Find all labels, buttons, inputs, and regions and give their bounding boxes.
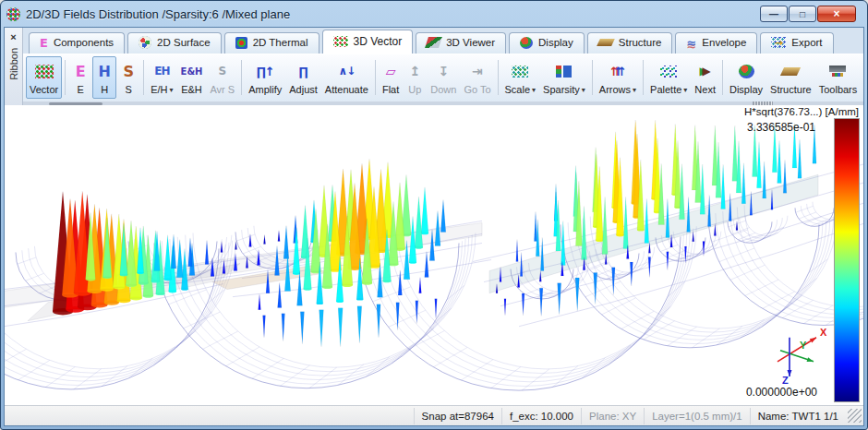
palette-button[interactable]: Palette▾ <box>646 56 691 99</box>
minimize-button[interactable]: — <box>760 6 788 22</box>
toolbar-button-label: Palette▾ <box>650 84 687 96</box>
scale-icon <box>512 66 528 78</box>
toolbar-button-label: Structure <box>770 84 812 96</box>
attenuate-button[interactable]: ∧↓Attenuate <box>321 56 372 99</box>
toolbar-icon-area: S <box>123 58 134 84</box>
toolbar-button-label: Vector <box>30 84 58 96</box>
tab-display[interactable]: Display <box>509 32 585 54</box>
tab-2d-thermal[interactable]: 2D Thermal <box>224 32 319 54</box>
down-button[interactable]: ↧Down <box>427 56 460 99</box>
flat-button[interactable]: ▱Flat <box>379 56 403 99</box>
tab-label: Structure <box>619 37 662 48</box>
amplify-button[interactable]: ∏↑Amplify <box>245 56 285 99</box>
maximize-button[interactable]: □ <box>789 6 816 22</box>
vector-button[interactable]: Vector <box>26 56 62 99</box>
chevron-down-icon: ▾ <box>683 84 687 96</box>
sparsity-button[interactable]: Sparsity▾ <box>539 56 589 99</box>
tab-2d-surface[interactable]: 2D Surface <box>127 32 222 54</box>
toolbar-icon-area: ⇥ <box>472 58 483 84</box>
toolbar-button-label: Amplify <box>248 84 282 96</box>
avr-s-button[interactable]: SAvr S <box>206 56 238 99</box>
display-button[interactable]: Display <box>726 56 766 99</box>
tab-label: Components <box>54 37 114 48</box>
toolbars-icon <box>829 65 846 78</box>
toolbar-button-label: E&H <box>181 84 202 96</box>
vector-grid-icon <box>35 65 54 78</box>
toolbar-separator <box>498 60 499 95</box>
ribbon: × Ribbon EComponents2D Surface2D Thermal… <box>5 28 863 105</box>
toolbar-button-label: Attenuate <box>325 84 368 96</box>
toolbar-separator <box>241 60 242 95</box>
colorbar-max-value: 3.336585e-01 <box>747 121 815 134</box>
svg-text:X: X <box>820 327 827 338</box>
toolbar-icon-area: E&H <box>181 58 203 84</box>
toolbar-icon-area <box>512 58 528 84</box>
status-field: Plane: XY <box>581 408 644 424</box>
e-h-button[interactable]: E&HE&H <box>177 56 207 99</box>
tab-export[interactable]: →Export <box>760 32 833 54</box>
display-button-icon <box>739 65 754 78</box>
status-field: Layer=1(0.5 mm)/1 <box>644 408 749 424</box>
app-icon <box>6 7 20 21</box>
s-button[interactable]: SS <box>116 56 140 99</box>
chevron-down-icon: ▾ <box>633 84 636 96</box>
structure-tab-icon <box>597 39 615 46</box>
toolbar-button-label: Display <box>729 84 763 96</box>
toolbar-icon-area: ∏↑ <box>257 58 274 84</box>
toolbar-button-label: H <box>101 84 108 96</box>
toolbar-button-label: Avr S <box>210 84 235 96</box>
tab-envelope[interactable]: ≈Envelope <box>675 32 757 54</box>
toolbar-button-label: Up <box>408 84 421 96</box>
tab-label: 2D Surface <box>157 37 211 48</box>
structure-button[interactable]: Structure <box>766 56 815 99</box>
toolbar-button-label: S <box>126 84 132 96</box>
ribbon-panel-strip: × Ribbon <box>5 28 23 105</box>
next-button[interactable]: ▶Next <box>691 56 719 99</box>
app-window: 2D/3D Fields Distribution /Sparsity:6 /M… <box>0 0 868 430</box>
status-field: f_exc: 10.000 <box>501 408 581 424</box>
3d-scene-canvas[interactable]: XYZ <box>5 105 863 405</box>
chevron-down-icon: ▾ <box>532 84 536 96</box>
e-button[interactable]: EE <box>68 56 92 99</box>
scale-button[interactable]: Scale▾ <box>501 56 540 99</box>
window-frame: × Ribbon EComponents2D Surface2D Thermal… <box>4 27 864 426</box>
h-button[interactable]: HH <box>92 56 116 99</box>
toolbar-separator <box>722 60 723 95</box>
tab-structure[interactable]: Structure <box>587 32 673 54</box>
tab-components[interactable]: EComponents <box>29 32 125 54</box>
tab-3d-vector[interactable]: 3D Vector <box>322 30 414 54</box>
toolbar-button-label: E/H▾ <box>151 84 173 96</box>
envelope-tab-icon: ≈ <box>686 36 696 50</box>
go-to-button[interactable]: ⇥Go To <box>460 56 494 99</box>
tab-label: Export <box>791 37 822 48</box>
toolbar-button-label: Adjust <box>289 84 318 96</box>
toolbar-icon-area: ▶ <box>700 58 711 84</box>
resize-grip[interactable] <box>848 409 862 423</box>
adjust-button[interactable]: ∏Adjust <box>285 56 321 99</box>
toolbar-button-label: Scale▾ <box>505 84 536 96</box>
down-icon: ↧ <box>438 64 449 78</box>
toolbar-icon-area: S <box>218 58 226 84</box>
toolbar-button-label: Go To <box>464 84 490 96</box>
ribbon-close-icon[interactable]: × <box>7 30 20 43</box>
toolbar-separator <box>143 60 144 95</box>
up-button[interactable]: ↥Up <box>403 56 427 99</box>
display-tab-icon <box>520 37 533 49</box>
thermal-tab-icon <box>235 37 247 49</box>
amplify-icon: ∏↑ <box>257 65 274 78</box>
toolbar-button-label: Sparsity▾ <box>543 84 585 96</box>
toolbars-button[interactable]: Toolbars <box>815 56 862 99</box>
toolbar-separator <box>592 60 593 95</box>
3d-viewport: XYZ H*sqrt(376.73...) [A/mm] 3.336585e-0… <box>5 105 863 405</box>
tab-label: 3D Viewer <box>446 37 495 48</box>
toolbar-icon-area: ↥ <box>409 58 420 84</box>
e-h-button[interactable]: EHE/H▾ <box>147 56 176 99</box>
toolbar-button-label: Next <box>694 84 716 96</box>
toolbar-icon-area: ⇈ <box>610 58 625 84</box>
colorbar-min-value: 0.000000e+00 <box>746 386 817 399</box>
toolbar-icon-area <box>556 58 572 84</box>
tab-3d-viewer[interactable]: 3D Viewer <box>416 32 506 54</box>
arrows-button[interactable]: ⇈Arrows▾ <box>596 56 640 99</box>
components-tab-icon: E <box>40 36 48 50</box>
close-button[interactable]: × <box>817 6 856 22</box>
